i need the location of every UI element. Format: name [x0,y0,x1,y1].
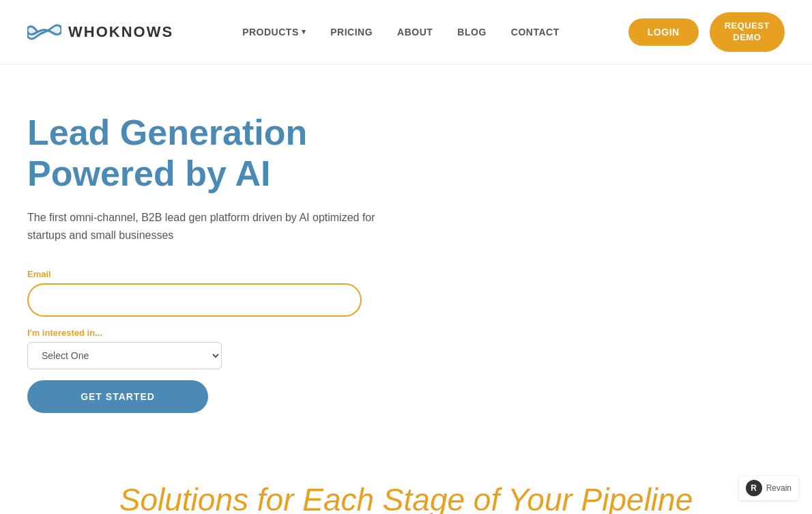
request-demo-button[interactable]: REQUESTDEMO [710,12,785,52]
nav-contact[interactable]: CONTACT [511,27,560,38]
email-label: Email [27,269,409,279]
email-input[interactable] [27,283,362,317]
site-header: WHOKNOWS PRODUCTS PRICING ABOUT BLOG CON… [0,0,812,65]
hero-subtitle: The first omni-channel, B2B lead gen pla… [27,209,382,244]
hero-title: Lead Generation Powered by AI [27,113,409,195]
login-button[interactable]: LOGIN [628,18,699,46]
revain-icon: R [746,480,762,496]
bottom-title: Solutions for Each Stage of Your Pipelin… [27,481,785,514]
get-started-button[interactable]: GET STARTED [27,380,208,413]
main-nav: PRODUCTS PRICING ABOUT BLOG CONTACT [242,27,560,38]
logo-icon [27,22,61,42]
nav-about[interactable]: ABOUT [397,27,433,38]
logo-area[interactable]: WHOKNOWS [27,22,173,42]
interest-label: I'm interested in... [27,328,409,338]
nav-products[interactable]: PRODUCTS [242,27,306,38]
interest-form-group: I'm interested in... Select One Sales Au… [27,328,409,369]
email-form-group: Email [27,269,409,317]
revain-badge: R Revain [739,476,798,500]
logo-text: WHOKNOWS [68,23,173,41]
revain-label: Revain [766,483,792,493]
hero-section: Lead Generation Powered by AI The first … [0,65,437,454]
nav-blog[interactable]: BLOG [457,27,486,38]
nav-pricing[interactable]: PRICING [330,27,373,38]
nav-actions: LOGIN REQUESTDEMO [628,12,785,52]
interest-select[interactable]: Select One Sales Automation Marketing Le… [27,342,222,369]
bottom-section: Solutions for Each Stage of Your Pipelin… [0,454,812,514]
